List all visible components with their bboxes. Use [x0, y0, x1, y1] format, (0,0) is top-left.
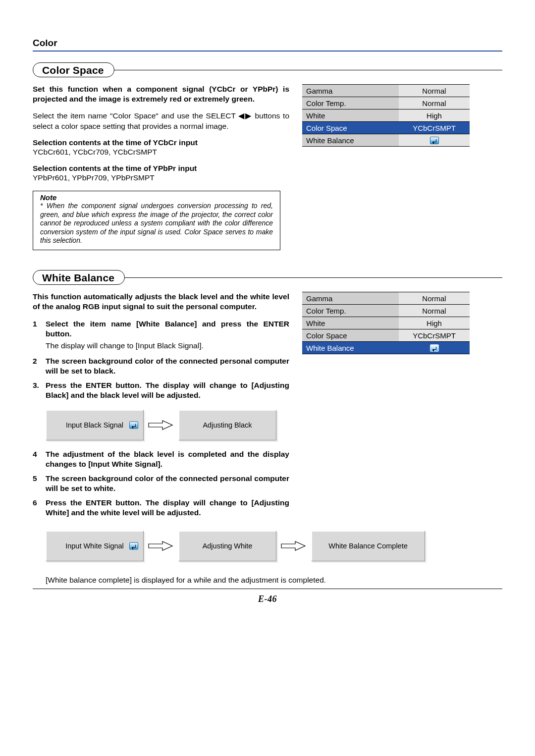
ypbpr-list: YPbPr601, YPbPr709, YPbPrSMPT [33, 173, 289, 183]
enter-icon [129, 421, 138, 429]
steps-group-a: 1Select the item name [White Balance] an… [33, 319, 289, 401]
step: 2The screen background color of the conn… [33, 356, 289, 377]
heading-pill: Color Space [33, 62, 114, 77]
page-number: E-46 [33, 594, 502, 604]
menu-item-value [399, 342, 470, 354]
tile-adjusting-white: Adjusting White [178, 531, 276, 561]
heading-pill: White Balance [33, 270, 125, 285]
step-number: 4 [33, 449, 40, 470]
tile-label: Adjusting Black [203, 421, 252, 429]
step-text: The adjustment of the black level is com… [46, 449, 289, 470]
menu-item-value: YCbCrSMPT [399, 122, 470, 134]
menu-item-label: White [302, 317, 399, 329]
menu-item-label: Color Space [302, 122, 399, 134]
menu-row[interactable]: GammaNormal [302, 292, 470, 305]
body-pre: Select the item name "Color Space" and u… [33, 111, 238, 120]
tile-white-balance-complete: White Balance Complete [311, 531, 425, 561]
flow-white: Input White Signal Adjusting White White… [46, 531, 502, 561]
step: 1Select the item name [White Balance] an… [33, 319, 289, 339]
flow-arrow-icon [148, 540, 174, 552]
white-balance-intro: This function automatically adjusts the … [33, 292, 289, 312]
menu-item-label: White [302, 109, 399, 121]
content-area: Color Color Space Set this function when… [33, 38, 502, 726]
step-number: 1 [33, 319, 40, 339]
note-box: Note When the component signal undergoes… [33, 191, 280, 250]
menu-item-value: Normal [399, 292, 470, 304]
color-space-intro: Set this function when a component signa… [33, 84, 289, 104]
menu-item-label: Color Temp. [302, 305, 399, 317]
ypbpr-heading: Selection contents at the time of YPbPr … [33, 164, 289, 173]
menu-item-value [399, 134, 470, 146]
menu-row[interactable]: White Balance [302, 342, 470, 354]
menu-item-label: Gamma [302, 292, 399, 304]
bottom-rule [33, 589, 502, 589]
step-text: The screen background color of the conne… [46, 356, 289, 377]
white-balance-right: GammaNormalColor Temp.NormalWhiteHighCol… [302, 292, 502, 522]
step-followup: The display will change to [Input Black … [46, 341, 289, 351]
step-number: 2 [33, 356, 40, 377]
white-balance-left: This function automatically adjusts the … [33, 292, 289, 522]
step-text: Press the ENTER button. The display will… [46, 380, 289, 401]
step: 5The screen background color of the conn… [33, 474, 289, 494]
ycbcr-heading: Selection contents at the time of YCbCr … [33, 138, 289, 147]
heading-label: Color Space [42, 64, 104, 76]
menu-row[interactable]: Color Temp.Normal [302, 305, 470, 317]
menu-item-label: Color Space [302, 329, 399, 341]
menu-row[interactable]: Color Temp.Normal [302, 97, 470, 109]
enter-icon [129, 542, 138, 550]
page: Color Color Space Set this function when… [0, 0, 535, 756]
arrow-icons: ◀▶ [238, 111, 252, 120]
heading-label: White Balance [42, 272, 114, 284]
menu-row[interactable]: White Balance [302, 134, 470, 147]
menu-item-label: White Balance [302, 134, 399, 146]
white-balance-tail: [White balance complete] is displayed fo… [46, 575, 343, 585]
menu-item-value: Normal [399, 85, 470, 97]
menu-row[interactable]: WhiteHigh [302, 109, 470, 122]
step-text: Press the ENTER button. The display will… [46, 498, 289, 518]
menu-item-value: High [399, 109, 470, 121]
menu-row[interactable]: WhiteHigh [302, 317, 470, 329]
tile-adjusting-black: Adjusting Black [178, 410, 276, 440]
menu-item-value: Normal [399, 97, 470, 109]
flow-black: Input Black Signal Adjusting Black [46, 410, 289, 440]
tile-label: White Balance Complete [328, 542, 408, 550]
menu-row[interactable]: Color SpaceYCbCrSMPT [302, 329, 470, 342]
section-heading-white-balance: White Balance [33, 270, 502, 285]
white-balance-columns: This function automatically adjusts the … [33, 292, 502, 522]
color-space-columns: Set this function when a component signa… [33, 84, 502, 250]
enter-icon [430, 344, 439, 352]
tile-label: Adjusting White [203, 542, 253, 550]
menu-row[interactable]: Color SpaceYCbCrSMPT [302, 122, 470, 134]
step-text: The screen background color of the conne… [46, 474, 289, 494]
step: 4The adjustment of the black level is co… [33, 449, 289, 470]
note-title: Note [40, 193, 273, 202]
tile-input-black: Input Black Signal [46, 410, 144, 440]
osd-menu-colorspace: GammaNormalColor Temp.NormalWhiteHighCol… [302, 84, 470, 147]
page-title: Color [33, 38, 502, 49]
color-space-left: Set this function when a component signa… [33, 84, 289, 250]
tile-input-white: Input White Signal [46, 531, 144, 561]
ycbcr-list: YCbCr601, YCbCr709, YCbCrSMPT [33, 147, 289, 157]
menu-item-label: White Balance [302, 342, 399, 354]
menu-item-value: YCbCrSMPT [399, 329, 470, 341]
menu-item-label: Gamma [302, 85, 399, 97]
flow-arrow-icon [280, 540, 307, 552]
step: 6Press the ENTER button. The display wil… [33, 498, 289, 518]
tile-label: Input White Signal [65, 542, 124, 550]
color-space-body: Select the item name "Color Space" and u… [33, 111, 289, 131]
steps-group-b: 4The adjustment of the black level is co… [33, 449, 289, 518]
menu-item-value: Normal [399, 305, 470, 317]
section-heading-color-space: Color Space [33, 62, 502, 77]
flow-arrow-icon [148, 419, 174, 432]
step-number: 3. [33, 380, 40, 401]
step-text: Select the item name [White Balance] and… [46, 319, 289, 339]
step: 3.Press the ENTER button. The display wi… [33, 380, 289, 401]
osd-menu-whitebalance: GammaNormalColor Temp.NormalWhiteHighCol… [302, 292, 470, 354]
tile-label: Input Black Signal [66, 421, 123, 429]
page-title-rule [33, 51, 502, 52]
menu-item-label: Color Temp. [302, 97, 399, 109]
menu-row[interactable]: GammaNormal [302, 85, 470, 97]
step-number: 5 [33, 474, 40, 494]
color-space-right: GammaNormalColor Temp.NormalWhiteHighCol… [302, 84, 502, 250]
enter-icon [430, 137, 439, 144]
